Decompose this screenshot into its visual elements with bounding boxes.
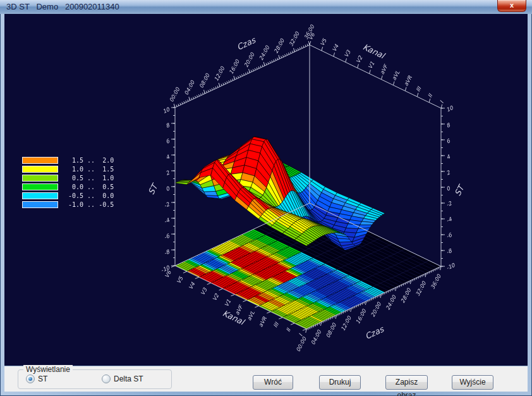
radio-button-icon[interactable]: [26, 374, 35, 383]
close-icon: x: [510, 1, 514, 9]
close-button[interactable]: x: [497, 0, 526, 12]
exit-button[interactable]: Wyjście: [452, 375, 493, 390]
legend-label: 1.0 .. 1.5: [68, 166, 114, 173]
legend-item: -1.0 .. -0.5: [22, 201, 114, 207]
radio-delta-st[interactable]: Delta ST: [102, 374, 143, 383]
legend-item: 1.0 .. 1.5: [22, 166, 114, 172]
window-title: 3D ST Demo 200902011340: [6, 2, 119, 11]
legend-item: 0.5 .. 1.0: [22, 175, 114, 181]
legend-label: -1.0 .. -0.5: [68, 201, 114, 208]
legend-label: 1.5 .. 2.0: [68, 157, 114, 164]
title-bar[interactable]: 3D ST Demo 200902011340 x: [0, 0, 532, 14]
plot-area: 1.5 .. 2.0 1.0 .. 1.5 0.5 .. 1.0 0.0 .. …: [4, 14, 528, 366]
legend-swatch: [22, 183, 58, 190]
print-button[interactable]: Drukuj: [319, 375, 361, 390]
app-window: 3D ST Demo 200902011340 x 1.5 .. 2.0 1.0…: [0, 0, 532, 396]
radio-st[interactable]: ST: [26, 374, 47, 383]
display-mode-groupbox: Wyświetlanie ST Delta ST: [18, 369, 172, 389]
groupbox-label: Wyświetlanie: [23, 365, 73, 374]
save-image-button[interactable]: Zapisz obraz: [385, 375, 428, 390]
control-panel: Wyświetlanie ST Delta ST Wróć Drukuj Zap…: [4, 366, 528, 392]
legend-item: 0.0 .. 0.5: [22, 183, 114, 190]
radio-st-label: ST: [38, 374, 47, 383]
legend-label: 0.5 .. 1.0: [68, 175, 114, 182]
legend-swatch: [22, 157, 58, 164]
legend: 1.5 .. 2.0 1.0 .. 1.5 0.5 .. 1.0 0.0 .. …: [22, 157, 114, 210]
legend-label: -0.5 .. 0.0: [68, 192, 114, 199]
legend-item: 1.5 .. 2.0: [22, 157, 114, 163]
back-button[interactable]: Wróć: [253, 375, 293, 390]
legend-swatch: [22, 192, 58, 199]
legend-swatch: [22, 175, 58, 182]
legend-swatch: [22, 166, 58, 173]
legend-label: 0.0 .. 0.5: [68, 183, 114, 190]
client-area: 1.5 .. 2.0 1.0 .. 1.5 0.5 .. 1.0 0.0 .. …: [4, 14, 528, 392]
radio-delta-st-label: Delta ST: [114, 374, 143, 383]
legend-swatch: [22, 201, 58, 208]
legend-item: -0.5 .. 0.0: [22, 192, 114, 199]
radio-button-icon[interactable]: [102, 374, 111, 383]
